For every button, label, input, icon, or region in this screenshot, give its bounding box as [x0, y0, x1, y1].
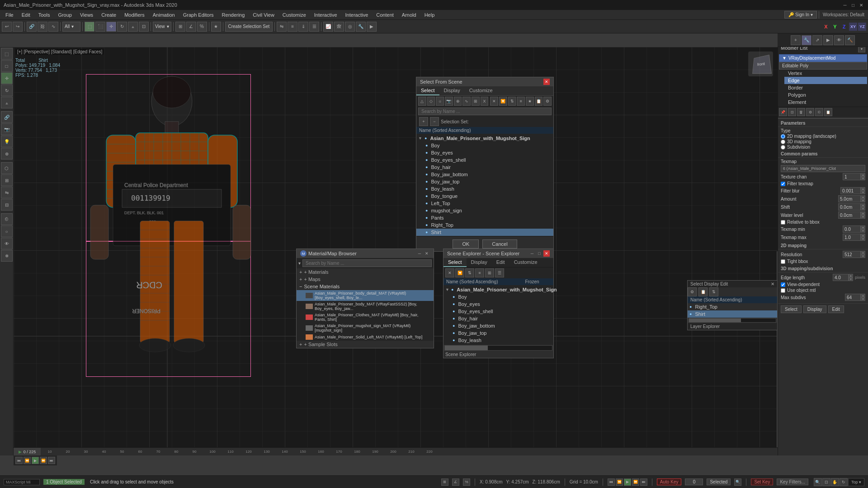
snap-pct-btn[interactable]: % [463, 479, 470, 486]
utilities-tab[interactable]: 🔨 [845, 35, 855, 45]
menu-group[interactable]: Group [54, 11, 75, 19]
create-selection-set-btn[interactable]: Create Selection Set [225, 22, 273, 32]
create-tab[interactable]: + [791, 35, 801, 45]
menu-file[interactable]: File [2, 11, 17, 19]
menu-arnold[interactable]: Arnold [398, 11, 420, 19]
texchan-up[interactable]: ▲ [861, 173, 865, 177]
sfs-sort-btn[interactable]: ⇅ [508, 97, 516, 106]
view-dep-cb[interactable] [781, 282, 785, 287]
mat-item-4[interactable]: Asian_Male_Prisoner_mugshot_sign_MAT (VR… [297, 323, 434, 333]
sfs-groups-btn[interactable]: ⊞ [472, 97, 480, 106]
mat-close-btn[interactable]: ✕ [424, 250, 430, 257]
axis-y-btn[interactable]: Y [831, 23, 839, 31]
type-2d-mapping[interactable]: 2D mapping (landscape) [781, 134, 865, 139]
mat-sample-slots-header[interactable]: ++ Sample Slots [297, 341, 434, 348]
lt-snap[interactable]: ⊞ [1, 174, 13, 186]
shift-input[interactable] [838, 203, 861, 211]
edge-length-input[interactable] [833, 274, 849, 281]
texchan-input[interactable] [843, 173, 861, 180]
mat-item-3[interactable]: Asian_Male_Prisoner_Clothes_MAT (VRayMtl… [297, 312, 434, 323]
filter-blur-up[interactable]: ▲ [861, 187, 865, 191]
edge-length-up[interactable]: ▲ [849, 274, 853, 277]
tc-prev-frame[interactable]: ⏪ [616, 479, 623, 486]
sfs-filter2-btn[interactable]: ⚙ [543, 97, 552, 106]
sfs-tree-mugshot[interactable]: ●mugshot_sign [416, 207, 553, 214]
vp-orbit-btn[interactable]: ↻ [840, 478, 848, 486]
sfs-filter-btn[interactable]: 🔽 [499, 97, 507, 106]
mod-copy-btn[interactable]: © [815, 108, 823, 116]
curve-editor-btn[interactable]: 📈 [323, 22, 333, 32]
mod-options-btn[interactable]: ⚙ [806, 108, 814, 116]
small-right-close[interactable]: ✕ [771, 282, 774, 286]
texmap-value[interactable]: 6 (Asian_Male_Prisoner_Clot [781, 165, 865, 172]
lt-isolate[interactable]: ○ [1, 225, 13, 237]
nav-cube[interactable]: front [748, 52, 773, 76]
unlink-btn[interactable]: ⛓ [38, 22, 47, 32]
sr-btn1[interactable]: ⚙ [688, 287, 697, 296]
anim-prev-frame[interactable]: ⏪ [24, 457, 31, 464]
selected-label[interactable]: Selected [707, 479, 731, 485]
max-subdiv-up[interactable]: ▲ [861, 294, 865, 297]
se-clear-btn[interactable]: ✕ [445, 268, 454, 277]
sfs-cancel-btn[interactable]: Cancel [482, 239, 517, 249]
percent-snap-btn[interactable]: % [197, 22, 207, 32]
se-tab-edit[interactable]: Edit [492, 258, 509, 267]
vp-zoom-all-btn[interactable]: ⊡ [822, 478, 830, 486]
shift-down[interactable]: ▼ [861, 207, 865, 211]
select-region-btn[interactable]: ⬛ [95, 22, 105, 32]
sfs-selset-btn[interactable]: ★ [526, 97, 534, 106]
type-3d-mapping[interactable]: 3D mapping [781, 139, 865, 144]
resolution-up[interactable]: ▲ [861, 251, 865, 254]
key-filters-btn[interactable]: Key Filters... [777, 479, 808, 485]
sfs-columns-btn[interactable]: ≡ [517, 97, 525, 106]
vertex-subobj[interactable]: Vertex [784, 70, 867, 77]
mat-item-1[interactable]: Asian_Male_Prisoner_body_detail_MAT (VRa… [297, 290, 434, 301]
se-scrollbar[interactable] [444, 345, 552, 351]
lt-mirror[interactable]: ⇋ [1, 187, 13, 198]
element-subobj[interactable]: Element [784, 99, 867, 106]
sfs-tree-right-top[interactable]: ●Right_Top [416, 221, 553, 229]
se-tree-boy-jaw-bottom[interactable]: ●Boy_jaw_bottom [443, 322, 553, 329]
sfs-tab-display[interactable]: Display [439, 86, 465, 95]
axis-yz-btn[interactable]: YZ [858, 23, 866, 31]
type-subdivision[interactable]: Subdivision [781, 145, 865, 150]
sr-right-top[interactable]: ●Right_Top [688, 303, 777, 310]
sfs-xref-btn[interactable]: X [481, 97, 489, 106]
texmap-max-input[interactable] [843, 234, 861, 241]
select-move-btn[interactable]: ✛ [106, 22, 116, 32]
texmap-min-down[interactable]: ▼ [861, 229, 865, 233]
mod-paste-btn[interactable]: 📋 [824, 108, 832, 116]
se-list-btn[interactable]: ☰ [495, 268, 504, 277]
resolution-input[interactable] [843, 251, 861, 258]
mat-scene-mats-header[interactable]: − Scene Materials [297, 283, 434, 290]
render-setup-btn[interactable]: 🔧 [356, 22, 366, 32]
rotate-btn[interactable]: ↻ [117, 22, 127, 32]
squash-btn[interactable]: ⊡ [139, 22, 149, 32]
search-btn[interactable]: 🔍 [734, 479, 741, 486]
lt-scale[interactable]: ⟁ [1, 97, 13, 108]
amount-input[interactable] [838, 195, 861, 202]
lt-light[interactable]: 💡 [1, 136, 13, 147]
max-subdiv-input[interactable] [845, 294, 861, 301]
mat-browser-title[interactable]: M Material/Map Browser ─ ✕ [297, 249, 434, 258]
menu-modifiers[interactable]: Modifiers [121, 11, 148, 19]
selection-filter-dropdown[interactable]: All▾ [62, 22, 80, 32]
menu-civil-view[interactable]: Civil View [249, 11, 278, 19]
texmap-min-input[interactable] [843, 225, 861, 233]
view-dropdown[interactable]: View▾ [153, 22, 171, 32]
texmap-max-down[interactable]: ▼ [861, 237, 865, 241]
mat-item-2[interactable]: Asian_Male_Prisoner_body_MAT (VRayFastSS… [297, 301, 434, 312]
sfs-helper-btn[interactable]: ⊕ [454, 97, 462, 106]
set-key-btn[interactable]: Set Key [751, 479, 773, 485]
render-btn[interactable]: ▶ [367, 22, 377, 32]
snap-toggle-btn[interactable]: ⊞ [175, 22, 185, 32]
mat-minimize-btn[interactable]: ─ [416, 250, 423, 257]
filter-blur-input[interactable] [840, 187, 861, 194]
vp-zoom-btn[interactable]: 🔍 [814, 478, 822, 486]
window-controls[interactable]: ─ □ ✕ [842, 2, 864, 8]
mat-item-5[interactable]: Asian_Male_Prisoner_Solid_Left_MAT (VRay… [297, 333, 434, 341]
time-field[interactable]: 0 [685, 479, 703, 485]
axis-x-btn[interactable]: X [822, 23, 830, 31]
se-maximize-btn[interactable]: □ [536, 250, 542, 257]
sfs-tree-boy[interactable]: ●Boy [416, 142, 553, 149]
